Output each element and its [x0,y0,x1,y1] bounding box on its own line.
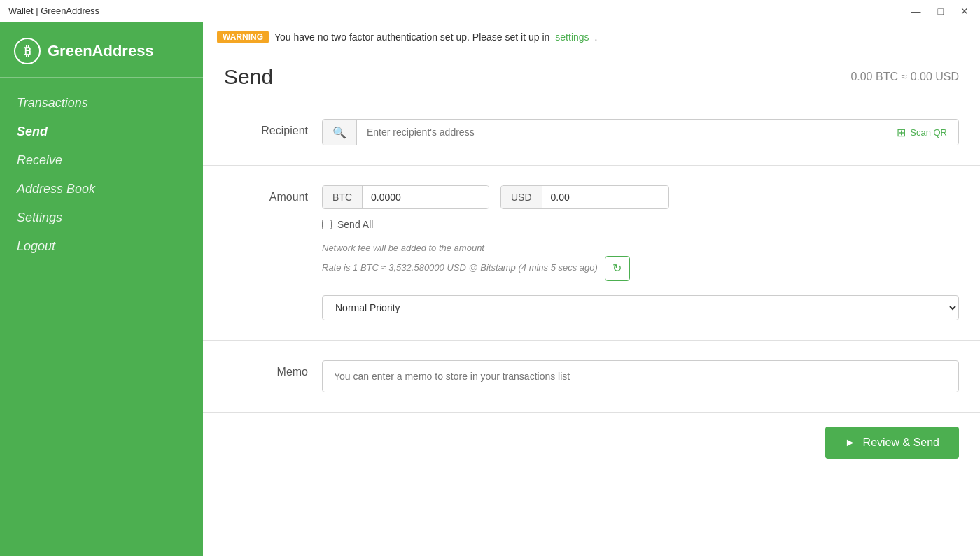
refresh-icon: ↻ [612,262,622,275]
page-title: Send [224,65,273,89]
btc-amount-group: BTC [322,185,489,209]
sidebar: ₿ GreenAddress Transactions Send Receive… [0,22,203,556]
scan-qr-button[interactable]: ⊞ Scan QR [885,120,958,145]
recipient-input-group: 🔍 ⊞ Scan QR [322,119,959,145]
amount-inputs: BTC USD [322,185,959,209]
maximize-button[interactable]: □ [935,6,946,17]
titlebar: Wallet | GreenAddress ― □ ✕ [0,0,980,22]
fee-row: Rate is 1 BTC ≈ 3,532.580000 USD @ Bitst… [322,256,959,281]
main-content: WARNING You have no two factor authentic… [203,22,980,556]
sidebar-item-address-book[interactable]: Address Book [0,175,203,204]
window-title: Wallet | GreenAddress [8,6,99,16]
send-all-row: Send All [322,219,959,230]
send-all-checkbox[interactable] [322,220,332,229]
warning-bar: WARNING You have no two factor authentic… [203,22,980,52]
send-arrow-icon: ► [845,436,856,449]
usd-label: USD [501,186,542,208]
sidebar-navigation: Transactions Send Receive Address Book S… [0,78,203,272]
memo-controls [322,360,959,392]
amount-controls: BTC USD Send All [322,185,959,320]
recipient-controls: 🔍 ⊞ Scan QR [322,119,959,145]
usd-amount-group: USD [500,185,669,209]
usd-input[interactable] [542,186,668,208]
close-button[interactable]: ✕ [958,6,972,17]
fee-info: Network fee will be added to the amount … [322,241,959,281]
sidebar-item-send[interactable]: Send [0,117,203,146]
minimize-button[interactable]: ― [909,6,924,17]
page-header: Send 0.00 BTC ≈ 0.00 USD [203,52,980,99]
fee-line1: Network fee will be added to the amount [322,241,959,256]
priority-select[interactable]: Normal Priority High Priority Low Priori… [322,295,959,320]
btc-label: BTC [323,186,363,208]
warning-text: You have no two factor authentication se… [274,31,550,43]
search-icon: 🔍 [332,127,346,138]
warning-badge: WARNING [217,31,269,43]
settings-link[interactable]: settings [555,31,589,43]
memo-section: Memo [203,341,980,413]
recipient-input[interactable] [357,120,885,145]
sidebar-item-settings[interactable]: Settings [0,204,203,232]
sidebar-logo: ₿ GreenAddress [0,22,203,78]
btc-input[interactable] [363,186,489,208]
sidebar-item-transactions[interactable]: Transactions [0,89,203,117]
review-send-button[interactable]: ► Review & Send [825,427,959,459]
memo-label: Memo [224,360,308,378]
window-controls: ― □ ✕ [909,6,972,17]
logo-icon: ₿ [14,38,41,64]
amount-label: Amount [224,185,308,204]
refresh-rate-button[interactable]: ↻ [605,256,630,281]
recipient-label: Recipient [224,119,308,137]
memo-input[interactable] [322,360,959,392]
sidebar-item-logout[interactable]: Logout [0,232,203,261]
warning-suffix: . [595,31,598,43]
balance-display: 0.00 BTC ≈ 0.00 USD [850,71,959,83]
search-button[interactable]: 🔍 [323,120,357,145]
footer-bar: ► Review & Send [203,413,980,473]
logo-text: GreenAddress [48,42,154,60]
fee-line2: Rate is 1 BTC ≈ 3,532.580000 USD @ Bitst… [322,261,598,276]
recipient-section: Recipient 🔍 ⊞ Scan QR [203,99,980,166]
qr-icon: ⊞ [897,126,906,139]
amount-section: Amount BTC USD [203,166,980,341]
send-all-label: Send All [337,219,373,230]
sidebar-item-receive[interactable]: Receive [0,146,203,175]
